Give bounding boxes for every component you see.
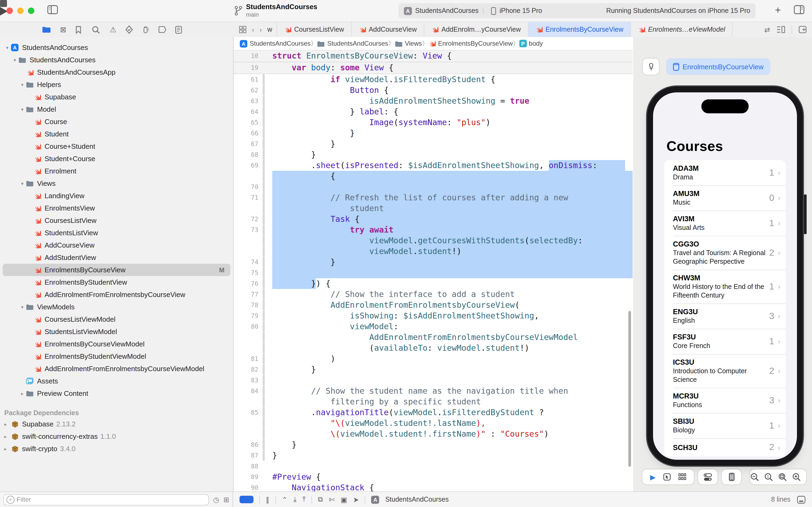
sidebar-item-studentslistviewmodel[interactable]: StudentsListViewModel: [0, 326, 233, 338]
course-row-eng3u[interactable]: ENG3UEnglish3›: [664, 303, 786, 329]
code-review-icon[interactable]: ✄: [329, 496, 335, 504]
editor-grid-icon[interactable]: [239, 26, 246, 33]
code-line-10[interactable]: 10struct EnrolmentsByCourseView: View {: [234, 51, 633, 62]
sidebar-item-supabase[interactable]: Supabase: [0, 91, 233, 103]
breadcrumb-item[interactable]: AStudentsAndCourses: [239, 40, 311, 48]
code-line-76[interactable]: 76 }) {: [234, 278, 633, 289]
source-editor[interactable]: 10struct EnrolmentsByCourseView: View {1…: [234, 51, 633, 492]
find-navigator-icon[interactable]: [92, 25, 101, 34]
code-line-66[interactable]: 66}: [234, 128, 633, 138]
package-item-supabase[interactable]: ▸Supabase2.13.2: [0, 418, 233, 430]
course-row-sch3u[interactable]: SCH3U2›: [664, 438, 786, 456]
sidebar-item-enrolmentsbycourseview[interactable]: EnrolmentsByCourseViewM: [0, 264, 233, 276]
code-line-wrap[interactable]: "\(viewModel.student!.lastName),: [234, 418, 633, 429]
tab-enrolmentsbycourseview[interactable]: EnrolmentsByCourseView: [528, 22, 631, 37]
code-line-wrap[interactable]: viewModel.student!): [234, 246, 633, 257]
sidebar-item-enrolment[interactable]: Enrolment: [0, 165, 233, 177]
code-line-wrap[interactable]: viewModel.getCoursesWithStudents(selecte…: [234, 235, 633, 246]
code-line-85[interactable]: 85.navigationTitle(viewModel.isFilteredB…: [234, 407, 633, 418]
device-chooser-icon[interactable]: [729, 472, 735, 481]
sidebar-item-studentsandcoursesapp[interactable]: StudentsAndCoursesApp: [0, 66, 233, 78]
inspect-icon[interactable]: ▣: [341, 496, 347, 504]
code-line-82[interactable]: 82}: [234, 364, 633, 375]
device-settings-icon[interactable]: [703, 473, 712, 481]
breadcrumb-item[interactable]: EnrolmentsByCourseView: [428, 40, 513, 47]
code-line-68[interactable]: 68}: [234, 149, 633, 160]
chevron-open-icon[interactable]: ▾: [12, 57, 18, 63]
sidebar-item-views[interactable]: ▾Views: [0, 177, 233, 189]
breadcrumb-item[interactable]: Views: [395, 40, 422, 47]
tab-addenrolm-ycourseview[interactable]: AddEnrolm…yCourseView: [424, 22, 528, 37]
code-line-75[interactable]: 75: [234, 268, 633, 278]
course-row-fsf3u[interactable]: FSF3UCore French1›: [664, 329, 786, 354]
sidebar-item-course[interactable]: Course: [0, 115, 233, 128]
back-button[interactable]: ‹: [252, 25, 254, 34]
code-line-62[interactable]: 62Button {: [234, 85, 633, 96]
bookmark-navigator-icon[interactable]: [75, 25, 84, 34]
code-line-wrap[interactable]: (availableTo: viewModel.student!): [234, 343, 633, 353]
breadcrumb-item[interactable]: Pbody: [519, 40, 543, 47]
code-line-90[interactable]: 90NavigationStack {: [234, 482, 633, 492]
breadcrumb-item[interactable]: StudentsAndCourses: [317, 40, 388, 47]
toggle-right-sidebar-icon[interactable]: [794, 5, 805, 14]
jump-previous-icon[interactable]: ⌃: [282, 496, 288, 504]
scheme-title[interactable]: StudentsAndCourses main: [246, 3, 317, 19]
source-control-navigator-icon[interactable]: ⊠: [59, 25, 68, 34]
code-line-79[interactable]: 79isShowing: $isAddEnrolmentSheetShowing…: [234, 311, 633, 321]
recent-files-icon[interactable]: ◷: [213, 496, 219, 504]
minimap-icon[interactable]: [776, 26, 785, 33]
minimize-window-button[interactable]: [17, 7, 23, 14]
activity-status-bar[interactable]: A StudentsAndCourses 〉 iPhone 15 Pro Run…: [399, 3, 756, 18]
code-line-70[interactable]: 70: [234, 181, 633, 192]
sidebar-item-addcourseview[interactable]: AddCourseView: [0, 239, 233, 251]
code-line-81[interactable]: 81): [234, 353, 633, 364]
code-line-74[interactable]: 74}: [234, 257, 633, 268]
course-row-amu3m[interactable]: AMU3MMusic0›: [664, 185, 786, 211]
tab-courseslistview[interactable]: CoursesListView: [277, 22, 351, 37]
code-line-67[interactable]: 67}: [234, 138, 633, 149]
code-line-wrap[interactable]: filtering by a specific student: [234, 396, 633, 407]
chevron-closed-icon[interactable]: ▸: [4, 421, 10, 427]
code-line-19[interactable]: 19var body: some View {: [234, 62, 633, 74]
run-destination[interactable]: iPhone 15 Pro: [500, 7, 542, 14]
sidebar-item-studentslistview[interactable]: StudentsListView: [0, 227, 233, 239]
sidebar-item-enrolmentsview[interactable]: EnrolmentsView: [0, 202, 233, 214]
sidebar-item-course-student[interactable]: Course+Student: [0, 140, 233, 153]
sidebar-item-assets[interactable]: Assets: [0, 375, 233, 387]
chevron-open-icon[interactable]: ▾: [19, 107, 25, 112]
code-line-64[interactable]: 64} label: {: [234, 106, 633, 117]
code-line-72[interactable]: 72Task {: [234, 214, 633, 225]
code-line-77[interactable]: 77// Show the interface to add a student: [234, 289, 633, 300]
report-navigator-icon[interactable]: [175, 25, 184, 34]
test-navigator-icon[interactable]: [125, 25, 134, 34]
breakpoint-navigator-icon[interactable]: [159, 26, 168, 33]
code-line-73[interactable]: 73try await: [234, 225, 633, 235]
iphone-preview-device[interactable]: Courses ADA3MDrama1›AMU3MMusic0›AVI3MVis…: [653, 92, 797, 460]
locate-icon[interactable]: ➤: [353, 496, 359, 504]
sidebar-item-landingview[interactable]: LandingView: [0, 189, 233, 202]
sidebar-item-courseslistviewmodel[interactable]: CoursesListViewModel: [0, 313, 233, 326]
selectable-mode-icon[interactable]: [663, 473, 671, 481]
course-row-mcr3u[interactable]: MCR3UFunctions3›: [664, 388, 786, 413]
chevron-closed-icon[interactable]: ▸: [4, 446, 10, 451]
sidebar-item-addenrolmentfromenrolmentsbycourseviewmodel[interactable]: AddEnrolmentFromEnrolmentsbyCourseViewMo…: [0, 362, 233, 375]
forward-button[interactable]: ›: [259, 25, 262, 34]
course-row-ics3u[interactable]: ICS3UIntroduction to Computer Science2›: [664, 354, 786, 388]
package-item-swift-crypto[interactable]: ▸swift-crypto3.4.0: [0, 443, 233, 455]
stop-button[interactable]: [0, 0, 7, 7]
code-line-78[interactable]: 78AddEnrolmentFromEnrolmentsbyCourseView…: [234, 300, 633, 311]
canvas-toggle-chip[interactable]: [239, 496, 253, 503]
sidebar-item-addenrolmentfromenrolmentsbycourseview[interactable]: AddEnrolmentFromEnrolmentsbyCourseView: [0, 288, 233, 301]
live-preview-button[interactable]: ▶: [650, 473, 655, 481]
chevron-open-icon[interactable]: ▾: [19, 82, 25, 87]
code-line-83[interactable]: 83: [234, 375, 633, 386]
issue-navigator-icon[interactable]: ⚠: [109, 25, 118, 34]
tab-w[interactable]: w: [266, 22, 277, 37]
toggle-bottom-panel-icon[interactable]: [797, 496, 806, 504]
package-item-swift-concurrency-extras[interactable]: ▸swift-concurrency-extras1.1.0: [0, 430, 233, 443]
code-line-wrap[interactable]: student: [234, 203, 633, 214]
sidebar-item-preview-content[interactable]: ▸Preview Content: [0, 387, 233, 400]
course-row-chw3m[interactable]: CHW3MWorld History to the End of the Fif…: [664, 270, 786, 303]
sidebar-item-model[interactable]: ▾Model: [0, 103, 233, 115]
course-row-sbi3u[interactable]: SBI3UBiology1›: [664, 413, 786, 438]
